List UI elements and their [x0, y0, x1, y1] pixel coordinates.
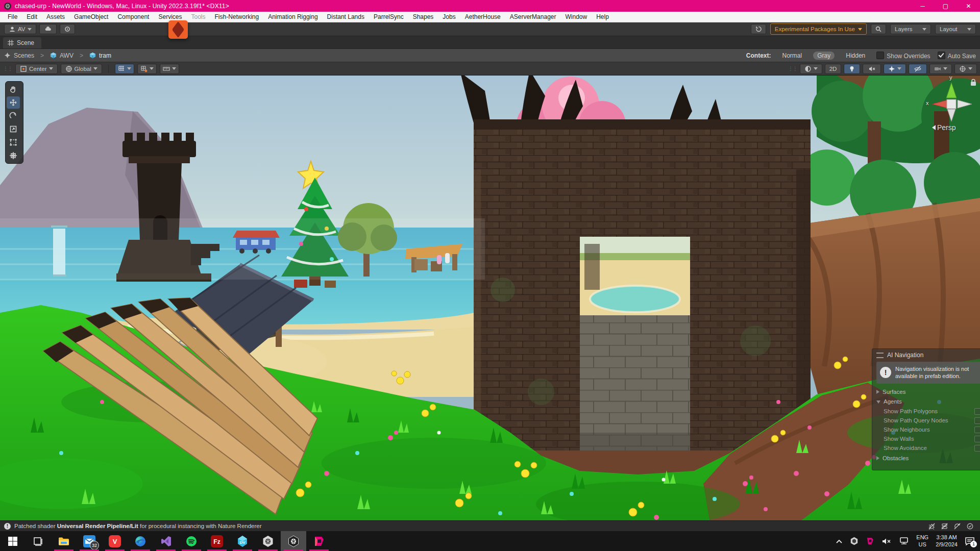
tray-chevron-up[interactable] [832, 531, 846, 551]
show-walls-toggle[interactable]: Show Walls [884, 436, 980, 442]
x-axis-cone[interactable] [932, 100, 947, 108]
show-overrides-checkbox[interactable] [876, 52, 884, 59]
menu-gameobject[interactable]: GameObject [69, 12, 113, 22]
right-axis-cone[interactable] [958, 100, 972, 108]
context-normal[interactable]: Normal [778, 52, 806, 60]
account-dropdown[interactable]: AV [4, 24, 36, 34]
orientation-dropdown[interactable]: Global [61, 64, 102, 74]
camera-settings-dropdown[interactable] [929, 64, 952, 74]
clock-indicator[interactable]: 3:38 AM2/9/2024 [932, 531, 961, 551]
tray-pink-app-icon[interactable] [862, 531, 878, 551]
crumb-scenes[interactable]: Scenes [14, 52, 34, 59]
maximize-button[interactable]: ▢ [934, 0, 957, 12]
surfaces-section[interactable]: Surfaces [876, 389, 980, 395]
taskbar-unity-editor[interactable] [281, 531, 306, 551]
taskbar-filezilla[interactable]: Fz [204, 531, 230, 551]
menu-aetherhouse[interactable]: AetherHouse [460, 12, 505, 22]
status-bar[interactable]: ! Patched shader Universal Render Pipeli… [0, 520, 980, 531]
taskbar-unity-hub[interactable] [255, 531, 281, 551]
menu-tools[interactable]: Tools [186, 12, 210, 22]
obstacles-section[interactable]: Obstacles [876, 455, 980, 461]
2d-toggle[interactable]: 2D [825, 64, 841, 74]
down-axis-cone[interactable] [947, 109, 955, 121]
taskbar-dv-app[interactable]: DV [230, 531, 255, 551]
menu-edit[interactable]: Edit [22, 12, 42, 22]
menu-aservermanager[interactable]: AServerManager [505, 12, 561, 22]
taskbar-edge[interactable] [128, 531, 153, 551]
task-view-button[interactable] [26, 531, 51, 551]
snap-increment-dropdown[interactable] [160, 64, 179, 74]
projection-toggle[interactable]: Persp [932, 123, 956, 132]
context-hidden[interactable]: Hidden [842, 52, 869, 60]
experimental-packages-dropdown[interactable]: Experimental Packages In Use [770, 23, 867, 35]
grid-snap-dropdown[interactable] [137, 64, 157, 74]
cloud-button[interactable] [39, 24, 57, 34]
view-hand-tool[interactable] [7, 83, 20, 95]
menu-file[interactable]: File [3, 12, 22, 22]
agents-section[interactable]: Agents [876, 398, 980, 405]
layers-dropdown[interactable]: Layers [890, 24, 931, 34]
menu-window[interactable]: Window [560, 12, 592, 22]
move-tool[interactable] [7, 96, 20, 109]
status-message[interactable]: Patched shader Universal Render Pipeline… [14, 523, 262, 529]
search-button[interactable] [871, 24, 886, 34]
tab-scene[interactable]: Scene [3, 37, 41, 48]
scene-visibility-toggle[interactable] [909, 64, 927, 74]
services-button[interactable] [60, 24, 75, 34]
show-avoidance-toggle[interactable]: Show Avoidance [884, 445, 980, 452]
minimize-button[interactable]: ─ [911, 0, 934, 12]
checkbox[interactable] [974, 408, 980, 415]
y-axis-cone[interactable] [946, 83, 957, 98]
taskbar-rider-app[interactable] [306, 531, 332, 551]
tools-popup-icon[interactable] [168, 20, 188, 39]
undo-history-button[interactable] [751, 24, 766, 34]
cache-server-icon[interactable] [941, 522, 948, 530]
tray-unity-hub-icon[interactable] [846, 531, 862, 551]
checkbox[interactable] [974, 427, 980, 433]
scene-viewport[interactable]: y x Persp AI Navigation ! Navigation vis… [0, 76, 980, 520]
ai-navigation-header[interactable]: AI Navigation [876, 352, 980, 359]
show-path-polygons-toggle[interactable]: Show Path Polygons [884, 408, 980, 415]
overlay-drag-handle-icon[interactable] [876, 353, 884, 358]
volume-muted-button[interactable] [878, 531, 895, 551]
menu-jobs[interactable]: Jobs [438, 12, 460, 22]
show-neighbours-toggle[interactable]: Show Neighbours [884, 427, 980, 433]
network-button[interactable] [895, 531, 913, 551]
drag-handle-icon[interactable]: ⋮⋮ [3, 66, 12, 71]
checkbox[interactable] [974, 436, 980, 442]
lighting-toggle[interactable] [844, 64, 860, 74]
checkbox[interactable] [974, 445, 980, 452]
menu-shapes[interactable]: Shapes [408, 12, 438, 22]
gizmo-center-cube[interactable] [947, 99, 956, 109]
pivot-dropdown[interactable]: Center [15, 64, 58, 74]
progress-status-icon[interactable] [966, 522, 974, 530]
taskbar-visual-studio[interactable] [153, 531, 179, 551]
rect-tool[interactable] [7, 136, 20, 148]
grid-visibility-dropdown[interactable] [115, 64, 134, 74]
language-indicator[interactable]: ENGUS [913, 531, 932, 551]
transform-tool[interactable] [7, 149, 20, 162]
checkbox[interactable] [974, 417, 980, 424]
auto-save-toggle[interactable]: Auto Save [938, 52, 976, 60]
show-path-query-nodes-toggle[interactable]: Show Path Query Nodes [884, 417, 980, 424]
crumb-awv[interactable]: AWV [60, 52, 74, 59]
menu-component[interactable]: Component [113, 12, 154, 22]
taskbar-file-explorer[interactable] [51, 531, 77, 551]
show-overrides-toggle[interactable]: Show Overrides [876, 52, 930, 60]
drag-handle-icon[interactable]: ⋮⋮ [788, 66, 797, 71]
layout-dropdown[interactable]: Layout [935, 24, 976, 34]
lock-icon[interactable] [971, 80, 976, 86]
menu-parrelsync[interactable]: ParrelSync [369, 12, 408, 22]
auto-refresh-icon[interactable] [953, 522, 961, 530]
draw-mode-dropdown[interactable] [800, 64, 822, 74]
notification-center-button[interactable]: 1 [961, 531, 980, 551]
debugger-icon[interactable] [928, 522, 936, 530]
menu-distant-lands[interactable]: Distant Lands [323, 12, 369, 22]
auto-save-checkbox[interactable] [938, 52, 945, 59]
start-button[interactable] [0, 531, 26, 551]
context-gray[interactable]: Gray [813, 52, 835, 60]
menu-fish-networking[interactable]: Fish-Networking [210, 12, 263, 22]
menu-assets[interactable]: Assets [42, 12, 69, 22]
scene-gizmo[interactable]: y x Persp [925, 79, 978, 140]
scale-tool[interactable] [7, 123, 20, 135]
